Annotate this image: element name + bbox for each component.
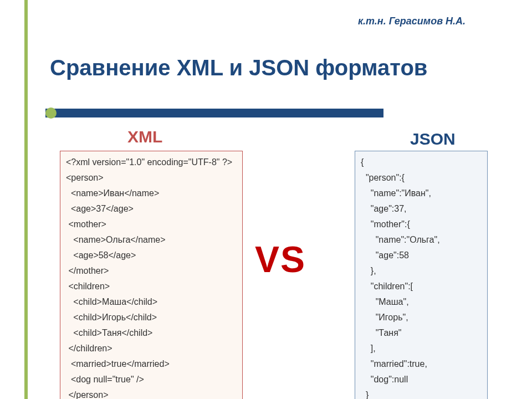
code-line: </children> [66,341,237,356]
author-label: к.т.н. Герасимов Н.А. [358,16,466,27]
code-line: <age>37</age> [66,201,237,217]
code-line: "name":"Иван", [361,186,482,201]
code-line: "person":{ [361,170,482,186]
code-line: <child>Таня</child> [66,325,237,341]
code-line: "married":true, [361,356,482,372]
code-line: "Таня" [361,325,482,341]
code-line: } [361,387,482,399]
vs-label: VS [255,238,306,280]
column-title-json: JSON [410,130,456,149]
code-line: "dog":null [361,372,482,387]
code-line: }, [361,263,482,279]
title-underline-bar [45,109,383,117]
code-line: <child>Игорь</child> [66,310,237,325]
code-line: <married>true</married> [66,356,237,372]
xml-code-box: <?xml version="1.0" encoding="UTF-8" ?><… [60,151,243,399]
code-line: <child>Маша</child> [66,294,237,310]
code-line: ], [361,341,482,356]
code-line: "children":[ [361,279,482,294]
title-underline-dot [45,108,57,119]
code-line: <age>58</age> [66,248,237,263]
slide-title: Сравнение XML и JSON форматов [50,55,427,80]
code-line: "Игорь", [361,310,482,325]
code-line: "mother":{ [361,217,482,232]
code-line: { [361,155,482,170]
json-code-box: { "person":{ "name":"Иван", "age":37, "m… [355,151,488,399]
code-line: </person> [66,387,237,399]
code-line: "name":"Ольга", [361,232,482,248]
column-title-xml: XML [127,127,162,146]
left-accent-stripe [24,0,28,399]
code-line: <?xml version="1.0" encoding="UTF-8" ?> [66,155,237,170]
code-line: "Маша", [361,294,482,310]
code-line: <person> [66,170,237,186]
code-line: "age":58 [361,248,482,263]
code-line: <name>Иван</name> [66,186,237,201]
code-line: </mother> [66,263,237,279]
code-line: <children> [66,279,237,294]
code-line: "age":37, [361,201,482,217]
code-line: <mother> [66,217,237,232]
code-line: <name>Ольга</name> [66,232,237,248]
code-line: <dog null="true" /> [66,372,237,387]
